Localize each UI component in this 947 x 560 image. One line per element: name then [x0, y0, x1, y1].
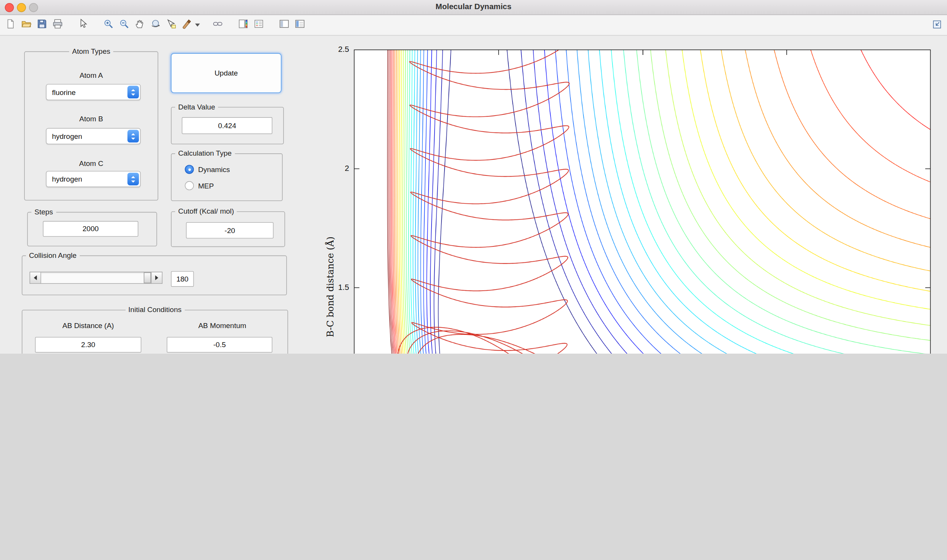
- atom-b-value: hydrogen: [47, 132, 127, 140]
- atom-b-popup[interactable]: hydrogen: [46, 128, 141, 145]
- initial-conditions-title: Initial Conditions: [125, 306, 184, 314]
- popup-stepper-icon: [127, 173, 139, 185]
- rotate-3d-icon: [150, 19, 160, 31]
- atom-c-value: hydrogen: [47, 175, 127, 183]
- dynamics-radio-label: Dynamics: [198, 165, 230, 174]
- collision-angle-panel: Collision Angle: [22, 256, 287, 295]
- collision-angle-input[interactable]: [171, 271, 194, 287]
- open-folder-button[interactable]: [18, 17, 34, 33]
- atom-a-value: fluorine: [47, 88, 127, 96]
- rotate-3d-button[interactable]: [147, 17, 163, 33]
- toolbar-separator: [266, 25, 276, 26]
- toolbar-separator: [65, 25, 75, 26]
- new-document-button[interactable]: [2, 17, 18, 33]
- update-button[interactable]: Update: [171, 53, 282, 93]
- data-cursor-icon: [166, 19, 176, 31]
- window-title: Molecular Dynamics: [0, 2, 947, 11]
- open-folder-icon: [21, 19, 31, 31]
- radio-selected-icon: [185, 165, 194, 174]
- dynamics-radio[interactable]: Dynamics: [185, 165, 230, 174]
- y-tick-label: 2.5: [313, 45, 349, 54]
- toolbar-separator: [225, 25, 235, 26]
- ab-momentum-label: AB Momentum: [169, 321, 276, 330]
- brush-dropdown-caret-icon[interactable]: [195, 24, 200, 27]
- ab-distance-label: AB Distance (A): [34, 321, 142, 330]
- toolbar-separator: [90, 25, 100, 26]
- toolbar-separator: [200, 25, 209, 26]
- print-button[interactable]: [50, 17, 65, 33]
- zoom-in-button[interactable]: [100, 17, 116, 33]
- y-tick-label: 2: [313, 164, 349, 173]
- right-arrow-icon: [155, 275, 158, 280]
- collision-angle-title: Collision Angle: [26, 251, 79, 259]
- figure-toolbar: [0, 15, 947, 36]
- cutoff-title: Cutoff (Kcal/ mol): [175, 207, 237, 216]
- calculation-type-title: Calculation Type: [175, 149, 235, 158]
- popup-stepper-icon: [127, 86, 139, 98]
- steps-input[interactable]: [43, 221, 138, 237]
- y-axis-label: B-C bond distance (Å): [325, 237, 336, 337]
- steps-panel: Steps: [27, 212, 157, 246]
- contour-plot-area: [354, 50, 931, 354]
- new-document-icon: [5, 19, 15, 31]
- link-plots-icon: [212, 19, 222, 31]
- save-icon: [37, 19, 47, 31]
- insert-legend-button[interactable]: [251, 17, 266, 33]
- hide-plot-tools-icon: [279, 19, 289, 31]
- popup-stepper-icon: [127, 130, 139, 142]
- show-plot-tools-icon: [295, 19, 305, 31]
- contour-plot-canvas: [354, 50, 931, 354]
- insert-colorbar-icon: [238, 19, 248, 31]
- brush-icon: [182, 19, 192, 31]
- pan-hand-icon: [134, 19, 145, 31]
- atom-c-popup[interactable]: hydrogen: [46, 171, 141, 187]
- slider-track[interactable]: [41, 272, 151, 283]
- steps-title: Steps: [31, 208, 56, 216]
- dock-figure-icon: [932, 19, 942, 32]
- radio-unselected-icon: [185, 181, 194, 190]
- app-window: Molecular Dynamics Atom Types Atom A flu…: [0, 0, 947, 354]
- insert-legend-icon: [253, 19, 264, 31]
- mep-radio-label: MEP: [198, 182, 214, 190]
- atom-c-label: Atom C: [25, 159, 158, 168]
- ab-momentum-input[interactable]: [167, 337, 272, 352]
- delta-value-input[interactable]: [182, 117, 272, 134]
- cutoff-input[interactable]: [186, 222, 274, 239]
- zoom-out-button[interactable]: [116, 17, 132, 33]
- atom-a-popup[interactable]: fluorine: [46, 84, 141, 100]
- edit-plot-arrow-icon: [77, 19, 88, 31]
- brush-button[interactable]: [179, 17, 195, 33]
- pan-hand-button[interactable]: [132, 17, 147, 33]
- insert-colorbar-button[interactable]: [235, 17, 251, 33]
- print-icon: [52, 19, 63, 31]
- ab-distance-input[interactable]: [35, 337, 142, 352]
- slider-right-arrow-button[interactable]: [151, 272, 162, 283]
- calculation-type-panel: Calculation Type Dynamics MEP: [171, 153, 283, 201]
- title-bar: Molecular Dynamics: [0, 0, 947, 15]
- atom-a-label: Atom A: [25, 71, 158, 80]
- atom-b-label: Atom B: [25, 115, 158, 123]
- slider-thumb[interactable]: [144, 272, 151, 283]
- zoom-out-icon: [119, 19, 129, 31]
- initial-conditions-panel: Initial Conditions AB Distance (A) AB Mo…: [22, 310, 288, 354]
- hide-plot-tools-button[interactable]: [276, 17, 292, 33]
- atom-types-panel: Atom Types Atom A fluorine Atom B hydrog…: [24, 51, 158, 201]
- mep-radio[interactable]: MEP: [185, 181, 214, 190]
- show-plot-tools-button[interactable]: [292, 17, 308, 33]
- edit-plot-arrow-button[interactable]: [75, 17, 90, 33]
- save-button[interactable]: [34, 17, 50, 33]
- link-plots-button[interactable]: [209, 17, 225, 33]
- zoom-in-icon: [103, 19, 113, 31]
- data-cursor-button[interactable]: [163, 17, 179, 33]
- delta-value-title: Delta Value: [175, 103, 218, 111]
- cutoff-panel: Cutoff (Kcal/ mol): [171, 211, 285, 247]
- atom-types-title: Atom Types: [69, 47, 113, 55]
- slider-left-arrow-button[interactable]: [30, 272, 41, 283]
- delta-value-panel: Delta Value: [171, 107, 284, 144]
- left-arrow-icon: [34, 275, 37, 280]
- collision-angle-slider[interactable]: [30, 272, 163, 284]
- dock-figure-button[interactable]: [929, 18, 945, 33]
